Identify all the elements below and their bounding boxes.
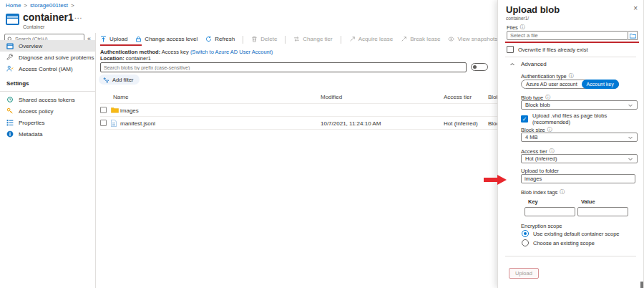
browse-files-button[interactable] xyxy=(628,31,638,40)
radio-selected[interactable] xyxy=(522,230,529,237)
swap-icon xyxy=(293,36,300,42)
command-label: Break lease xyxy=(410,36,440,42)
auth-option-azure-ad[interactable]: Azure AD user account xyxy=(522,82,582,87)
trash-icon xyxy=(251,36,258,42)
row-checkbox[interactable] xyxy=(100,120,107,126)
sidebar-item-shared-access-tokens[interactable]: Shared access tokens xyxy=(0,94,95,105)
sidebar-item-access-policy[interactable]: Access policy xyxy=(0,105,95,117)
access-tier-dropdown[interactable]: Hot (Inferred) xyxy=(521,154,638,163)
breadcrumb-home-link[interactable]: Home xyxy=(6,2,21,9)
container-icon xyxy=(6,43,14,49)
breadcrumb-storage-link[interactable]: storage001test xyxy=(30,2,68,9)
sidebar-item-label: Access Control (IAM) xyxy=(19,66,73,72)
upload-to-folder-field[interactable] xyxy=(521,174,635,183)
column-header-name[interactable]: Name xyxy=(113,94,128,100)
blob-name-link[interactable]: manifest.jsonl xyxy=(120,120,155,127)
blob-table-header: Name Modified Access tier Blob type xyxy=(100,92,501,103)
sidebar-item-label: Diagnose and solve problems xyxy=(19,54,94,61)
column-header-modified[interactable]: Modified xyxy=(321,94,342,100)
table-row-manifest[interactable]: manifest.jsonl 10/7/2021, 11:24:10 AM Ho… xyxy=(100,117,501,130)
break-lease-button[interactable]: Break lease xyxy=(401,36,440,44)
checkbox-unchecked[interactable] xyxy=(507,46,514,53)
refresh-button[interactable]: Refresh xyxy=(205,36,235,44)
command-label: Acquire lease xyxy=(358,36,393,42)
sidebar-divider xyxy=(95,33,96,288)
breadcrumb-separator: > xyxy=(24,2,27,9)
radio-unselected[interactable] xyxy=(522,239,529,246)
files-label: Filesⓘ xyxy=(507,24,525,31)
info-icon xyxy=(6,130,14,138)
sidebar-section-divider xyxy=(0,91,95,92)
upload-to-folder-input[interactable] xyxy=(525,176,632,182)
lease-icon xyxy=(349,36,356,42)
checkbox-checked[interactable]: ✓ xyxy=(521,115,528,123)
sidebar-item-metadata[interactable]: Metadata xyxy=(0,128,95,140)
upload-command-button[interactable]: Upload xyxy=(100,36,127,44)
block-size-dropdown[interactable]: 4 MB xyxy=(521,133,638,142)
break-lease-icon xyxy=(401,36,407,42)
table-row-images[interactable]: images xyxy=(100,105,501,117)
change-access-level-button[interactable]: Change access level xyxy=(135,36,197,44)
sidebar-item-diagnose[interactable]: Diagnose and solve problems xyxy=(0,52,95,63)
change-tier-button[interactable]: Change tier xyxy=(293,36,332,44)
token-icon xyxy=(6,96,14,103)
encryption-scope-label: Encryption scope xyxy=(521,223,562,229)
upload-blob-panel: Upload blob × container1/ Filesⓘ Overwri… xyxy=(497,0,644,288)
advanced-label: Advanced xyxy=(521,61,547,67)
annotation-underline-files xyxy=(505,42,639,43)
column-header-access-tier[interactable]: Access tier xyxy=(444,94,472,100)
acquire-lease-button[interactable]: Acquire lease xyxy=(349,36,393,44)
blob-search-box[interactable] xyxy=(100,62,467,72)
file-select-field[interactable] xyxy=(507,31,628,40)
file-select-input[interactable] xyxy=(510,32,625,39)
access-tier-value: Hot (Inferred) xyxy=(525,155,557,162)
vhd-checkbox-row[interactable]: ✓ Upload .vhd files as page blobs (recom… xyxy=(521,112,643,125)
sidebar-item-overview[interactable]: Overview xyxy=(0,40,95,52)
close-icon[interactable]: × xyxy=(633,4,638,12)
location-label: Location: xyxy=(100,55,125,62)
show-deleted-blobs-toggle[interactable] xyxy=(471,63,488,71)
encryption-existing-radio-row[interactable]: Choose an existing scope xyxy=(522,239,595,246)
advanced-section-toggle[interactable]: Advanced xyxy=(509,61,547,67)
delete-button[interactable]: Delete xyxy=(251,36,277,44)
wrench-icon xyxy=(6,54,14,61)
sidebar-item-label: Shared access tokens xyxy=(19,97,75,103)
blob-type-value: Block blob xyxy=(525,102,550,108)
annotation-underline-upload xyxy=(100,44,142,46)
add-filter-button[interactable]: Add filter xyxy=(99,75,140,85)
chevron-up-icon xyxy=(509,62,515,67)
upload-submit-button[interactable]: Upload xyxy=(509,268,539,279)
tags-value-header: Value xyxy=(581,198,595,205)
auth-type-pill-toggle[interactable]: Azure AD user account Account key xyxy=(521,80,619,89)
location-line: Location: container1 xyxy=(100,55,151,62)
authentication-method-line: Authentication method: Access key (Switc… xyxy=(100,49,273,55)
tag-value-input[interactable] xyxy=(581,208,625,215)
sidebar-item-access-control[interactable]: Access Control (IAM) xyxy=(0,63,95,75)
auth-method-label: Authentication method: xyxy=(100,49,160,55)
view-snapshots-button[interactable]: View snapshots xyxy=(448,36,497,44)
tag-value-field[interactable] xyxy=(577,207,628,216)
switch-auth-link[interactable]: (Switch to Azure AD User Account) xyxy=(190,49,273,55)
command-bar: Upload Change access level Refresh Delet… xyxy=(100,33,557,46)
encryption-default-label: Use existing default container scope xyxy=(533,231,620,237)
blob-search-input[interactable] xyxy=(104,65,463,70)
lock-icon xyxy=(135,36,142,42)
panel-subtitle: container1/ xyxy=(506,16,529,21)
overwrite-checkbox-row[interactable]: Overwrite if files already exist xyxy=(507,46,588,53)
scrollbar-thumb[interactable] xyxy=(640,282,643,288)
blob-name-link[interactable]: images xyxy=(120,107,139,114)
sidebar-item-properties[interactable]: Properties xyxy=(0,117,95,128)
panel-title: Upload blob xyxy=(506,4,560,15)
row-checkbox[interactable] xyxy=(100,107,107,113)
sidebar: Overview Diagnose and solve problems Acc… xyxy=(0,40,95,140)
breadcrumb-separator: > xyxy=(71,2,74,9)
refresh-icon xyxy=(205,36,212,42)
encryption-default-radio-row[interactable]: Use existing default container scope xyxy=(522,230,620,237)
auth-option-account-key[interactable]: Account key xyxy=(582,80,619,89)
tag-key-field[interactable] xyxy=(525,207,575,216)
blob-access-tier: Hot (Inferred) xyxy=(444,120,478,127)
tag-key-input[interactable] xyxy=(528,208,572,215)
upload-icon xyxy=(100,36,107,42)
more-menu-icon[interactable]: ... xyxy=(74,12,82,20)
blob-type-dropdown[interactable]: Block blob xyxy=(521,100,638,110)
